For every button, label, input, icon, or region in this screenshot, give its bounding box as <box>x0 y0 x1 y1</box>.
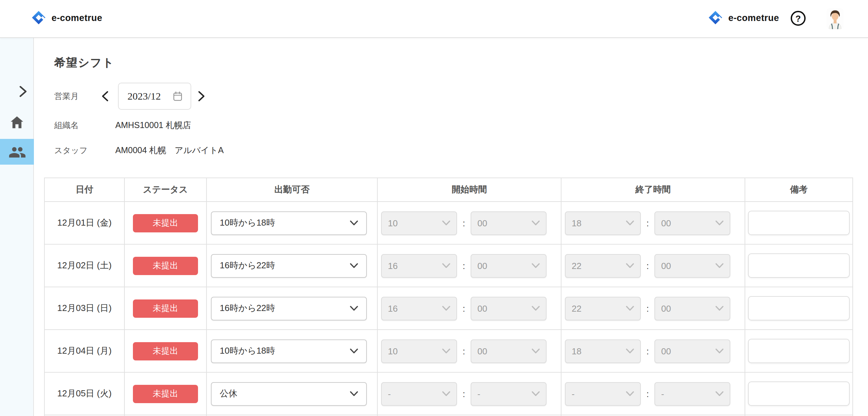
availability-select[interactable]: 10時から18時 <box>211 211 367 235</box>
brand-name: e-cometrue <box>728 13 779 23</box>
time-colon: : <box>641 389 654 399</box>
staff-row: スタッフ AM0004 札幌 アルバイトA <box>54 145 224 157</box>
chevron-down-icon <box>350 348 358 354</box>
column-header-date: 日付 <box>45 178 125 201</box>
chevron-down-icon <box>626 391 634 396</box>
chevron-left-icon <box>102 91 108 102</box>
start-hour-select: 10 <box>381 211 457 235</box>
start-minute-select: 00 <box>471 211 547 235</box>
start-hour-select: 16 <box>381 296 457 320</box>
time-colon: : <box>641 218 654 228</box>
status-badge: 未提出 <box>133 384 198 403</box>
date-cell: 12月02日 (土) <box>45 245 125 287</box>
prev-month-button[interactable] <box>102 91 108 102</box>
people-icon <box>8 146 25 158</box>
chevron-down-icon <box>715 348 724 354</box>
status-badge: 未提出 <box>133 342 198 360</box>
availability-select[interactable]: 16時から22時 <box>211 254 367 277</box>
note-input[interactable] <box>748 339 850 363</box>
business-month-input[interactable]: 2023/12 <box>118 83 191 110</box>
page-title: 希望シフト <box>54 56 114 70</box>
end-hour-select: - <box>565 382 641 405</box>
availability-select[interactable]: 16時から22時 <box>211 296 367 320</box>
start-hour-select: 10 <box>381 339 457 363</box>
brand-diamond-icon <box>31 9 47 26</box>
calendar-icon <box>172 90 183 102</box>
brand-name: e-cometrue <box>52 13 102 23</box>
chevron-down-icon <box>350 306 358 311</box>
time-colon: : <box>641 346 654 356</box>
chevron-down-icon <box>626 348 634 354</box>
home-icon <box>10 116 24 128</box>
status-badge: 未提出 <box>133 214 198 232</box>
date-cell: 12月05日 (火) <box>45 373 125 415</box>
chevron-down-icon <box>350 391 358 396</box>
time-colon: : <box>457 261 471 271</box>
organization-value: AMHS10001 札幌店 <box>115 120 191 131</box>
status-badge: 未提出 <box>133 299 198 317</box>
start-hour-select: 16 <box>381 254 457 277</box>
chevron-down-icon <box>532 306 540 311</box>
user-avatar[interactable] <box>827 8 844 29</box>
start-minute-select: - <box>471 382 547 405</box>
staff-value: AM0004 札幌 アルバイトA <box>115 145 224 157</box>
table-row: 12月04日 (月) 未提出 10時から18時 10 : 00 <box>45 330 852 373</box>
chevron-down-icon <box>626 263 634 268</box>
chevron-down-icon <box>532 391 540 396</box>
brand-logo-left[interactable]: e-cometrue <box>31 9 102 26</box>
chevron-right-icon <box>18 85 27 98</box>
note-input[interactable] <box>748 296 850 320</box>
chevron-down-icon <box>442 306 450 311</box>
shift-table: 日付 ステータス 出勤可否 開始時間 終了時間 備考 12月01日 (金) 未提… <box>44 178 853 416</box>
start-minute-select: 00 <box>471 339 547 363</box>
sidebar-item-staff[interactable] <box>0 139 34 165</box>
start-hour-select: - <box>381 382 457 405</box>
help-button[interactable]: ? <box>791 11 806 26</box>
chevron-down-icon <box>350 263 358 268</box>
chevron-down-icon <box>715 263 724 268</box>
next-month-button[interactable] <box>198 91 205 102</box>
table-header-row: 日付 ステータス 出勤可否 開始時間 終了時間 備考 <box>45 178 852 202</box>
column-header-start-time: 開始時間 <box>378 178 561 201</box>
sidebar-expand-button[interactable] <box>15 84 30 99</box>
business-month-value: 2023/12 <box>127 90 168 102</box>
app-viewport: e-cometrue e-cometrue ? <box>0 0 868 416</box>
table-row: 12月05日 (火) 未提出 公休 - : - <box>45 373 852 415</box>
business-month-label: 営業月 <box>54 90 102 102</box>
note-input[interactable] <box>748 211 850 235</box>
organization-row: 組織名 AMHS10001 札幌店 <box>54 120 191 131</box>
brand-logo-right[interactable]: e-cometrue <box>707 9 779 26</box>
chevron-down-icon <box>532 263 540 268</box>
column-header-status: ステータス <box>125 178 207 201</box>
end-hour-select: 22 <box>565 254 641 277</box>
date-cell: 12月03日 (日) <box>45 287 125 329</box>
availability-select[interactable]: 公休 <box>211 382 367 405</box>
chevron-down-icon <box>532 220 540 226</box>
top-bar: e-cometrue e-cometrue ? <box>0 0 868 38</box>
end-hour-select: 18 <box>565 211 641 235</box>
column-header-end-time: 終了時間 <box>561 178 745 201</box>
availability-select[interactable]: 10時から18時 <box>211 339 367 363</box>
chevron-down-icon <box>442 391 450 396</box>
table-row: 12月03日 (日) 未提出 16時から22時 16 : 00 <box>45 287 852 330</box>
chevron-down-icon <box>626 220 634 226</box>
chevron-down-icon <box>532 348 540 354</box>
table-row: 12月01日 (金) 未提出 10時から18時 10 : 00 <box>45 202 852 245</box>
note-input[interactable] <box>748 381 850 406</box>
column-header-note: 備考 <box>745 178 852 201</box>
sidebar-item-home[interactable] <box>0 109 34 135</box>
chevron-down-icon <box>442 263 450 268</box>
avatar-person-icon <box>827 8 844 29</box>
status-badge: 未提出 <box>133 256 198 275</box>
chevron-down-icon <box>715 220 724 226</box>
end-minute-select: 00 <box>654 339 730 363</box>
time-colon: : <box>641 261 654 271</box>
sidebar <box>0 38 34 416</box>
date-cell: 12月04日 (月) <box>45 330 125 372</box>
question-mark-icon: ? <box>795 13 801 23</box>
staff-label: スタッフ <box>54 145 115 157</box>
chevron-down-icon <box>442 220 450 226</box>
time-colon: : <box>641 303 654 313</box>
note-input[interactable] <box>748 253 850 278</box>
time-colon: : <box>457 389 471 399</box>
